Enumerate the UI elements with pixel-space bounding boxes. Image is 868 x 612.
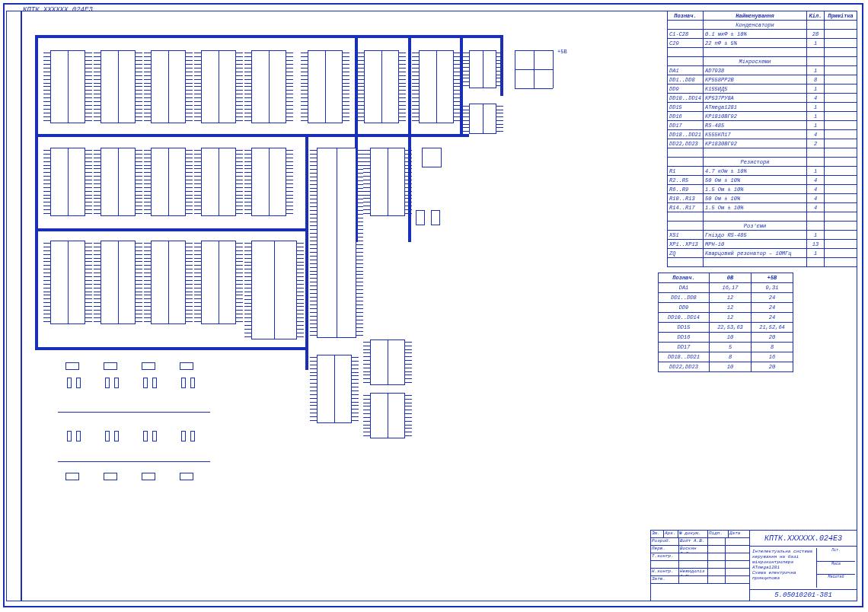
rev-row: Т.контр. bbox=[651, 553, 750, 561]
bom-row: DD15ATmega12811 bbox=[668, 103, 857, 112]
ic-dd8 bbox=[419, 50, 454, 123]
power-header: Познач. 0В +5В bbox=[659, 273, 793, 283]
rev-row: Розроб.Войт А.В. bbox=[651, 538, 750, 546]
bom-row: С1-С280.1 мкФ ± 10%28 bbox=[668, 30, 857, 39]
power-row: DA116,179,31 bbox=[659, 283, 793, 293]
xp5 bbox=[65, 473, 79, 480]
revision-table: Зм. Арк. № докум. Підп. Дата Розроб.Войт… bbox=[651, 531, 750, 601]
ic-dd10 bbox=[50, 148, 85, 216]
bom-table: Познач. Найменування Кіл. Примітка Конде… bbox=[667, 11, 857, 267]
power-row: DD1758 bbox=[659, 343, 793, 352]
xp6 bbox=[104, 473, 117, 480]
bom-row: DD16КР1810ВГ921 bbox=[668, 112, 857, 121]
ic-dd5 bbox=[251, 50, 286, 123]
xp2 bbox=[104, 362, 117, 370]
bom-section-header: Конденсатори bbox=[668, 21, 857, 30]
xp7 bbox=[142, 473, 155, 480]
title-block: Зм. Арк. № докум. Підп. Дата Розроб.Войт… bbox=[650, 530, 857, 601]
power-row: DD22,DD231020 bbox=[659, 362, 793, 372]
bom-header: Познач. Найменування Кіл. Примітка bbox=[668, 11, 857, 21]
ic-dd13 bbox=[201, 148, 236, 216]
ic-dd18 bbox=[50, 241, 85, 324]
bom-row: R10..R1350 Ом ± 10%4 bbox=[668, 194, 857, 203]
ic-dd22 bbox=[317, 355, 352, 423]
document-number: 5.05010201-381 bbox=[750, 590, 857, 601]
bom-row: XS1Гніздо RS-4851 bbox=[668, 231, 857, 240]
bom-section-header: Резистори bbox=[668, 158, 857, 167]
power-row: DD1522,53,6321,52,64 bbox=[659, 323, 793, 333]
rev-row: Н.контр.Невидоліз О.М. bbox=[651, 569, 750, 576]
rev-header: Зм. Арк. № докум. Підп. Дата bbox=[651, 531, 750, 538]
schematic-area: // placeholder - we'll build ICs below s… bbox=[35, 35, 522, 522]
xp3 bbox=[142, 362, 155, 370]
bom-row: DD22,DD23КР1830ВГ922 bbox=[668, 139, 857, 148]
ic-dd2 bbox=[101, 50, 136, 123]
ic-dd23 bbox=[370, 339, 405, 385]
bom-row: С2922 пФ ± 5%1 bbox=[668, 39, 857, 48]
ic-dd3 bbox=[151, 50, 186, 123]
power-row: DD161020 bbox=[659, 333, 793, 343]
ic-dd23b bbox=[370, 393, 405, 438]
ic-dd6 bbox=[308, 50, 343, 123]
rev-row: Перв.Воскян О.С. bbox=[651, 546, 750, 553]
rev-row bbox=[651, 561, 750, 569]
drawing-sheet: КПТК.ХХХХХХ.024Е3 // placeholder - we'll… bbox=[3, 3, 863, 607]
bom-row: DD1..DD8КР558РР2В8 bbox=[668, 75, 857, 84]
power-grid: +5В bbox=[515, 50, 553, 88]
cap-c bbox=[431, 210, 440, 225]
bom-section-header: Роз'єми bbox=[668, 222, 857, 231]
ic-dd17 bbox=[469, 50, 496, 88]
xp4 bbox=[180, 362, 193, 370]
bom-row: DA1AD79381 bbox=[668, 66, 857, 75]
ic-dd11 bbox=[101, 148, 136, 216]
drawing-code-top: КПТК.ХХХХХХ.024Е3 bbox=[23, 6, 93, 14]
bom-row: DD17RS-4851 bbox=[668, 121, 857, 130]
power-table: Познач. 0В +5В DA116,179,31DD1..DD81224D… bbox=[658, 273, 793, 372]
ic-dd21 bbox=[201, 241, 236, 324]
bom-row: DD10..DD14КР537РУ8А4 bbox=[668, 94, 857, 103]
cap-c29 bbox=[416, 210, 425, 225]
rev-row: Затв. bbox=[651, 576, 750, 584]
ic-dd20 bbox=[151, 241, 186, 324]
bom-row: DD18..DD21К555КП174 bbox=[668, 130, 857, 139]
power-row: DD1..DD81224 bbox=[659, 293, 793, 303]
ic-dd7 bbox=[364, 50, 399, 123]
bom-row: DD9К155ИД51 bbox=[668, 84, 857, 94]
ic-dd4 bbox=[201, 50, 236, 123]
ic-da1-adc bbox=[251, 241, 297, 339]
ic-dd14 bbox=[251, 148, 286, 216]
power-row: DD10..DD141224 bbox=[659, 313, 793, 323]
bom-row: R14.7 кОм ± 10%1 bbox=[668, 167, 857, 176]
bom-row: R2..R550 Ом ± 10%4 bbox=[668, 176, 857, 185]
drawing-description: Інтелектуальна система керування на базі… bbox=[750, 547, 857, 590]
ic-dd19 bbox=[101, 241, 136, 324]
ic-dd12 bbox=[151, 148, 186, 216]
binding-strip bbox=[6, 11, 21, 601]
ic-dd15-mcu bbox=[317, 148, 356, 338]
bom-row: XP1..XP13МРН-1013 bbox=[668, 240, 857, 249]
bom-row: R6..R91.5 Ом ± 10%4 bbox=[668, 185, 857, 194]
ic-dd9-small bbox=[469, 104, 496, 134]
power-row: DD91224 bbox=[659, 303, 793, 313]
xp8 bbox=[180, 473, 193, 480]
xtal-zq bbox=[422, 148, 442, 167]
bom-row: ZQКварцовий резонатор – 10МГц1 bbox=[668, 249, 857, 258]
bom-row: R14..R171.5 Ом ± 10%4 bbox=[668, 203, 857, 212]
ic-dd16 bbox=[370, 148, 405, 216]
power-row: DD18..DD21816 bbox=[659, 352, 793, 362]
drawing-code: КПТК.ХХХХХХ.024Е3 bbox=[750, 531, 857, 547]
xp1 bbox=[65, 362, 79, 370]
ic-dd1 bbox=[50, 50, 85, 123]
bom-section-header: Мікросхеми bbox=[668, 57, 857, 66]
